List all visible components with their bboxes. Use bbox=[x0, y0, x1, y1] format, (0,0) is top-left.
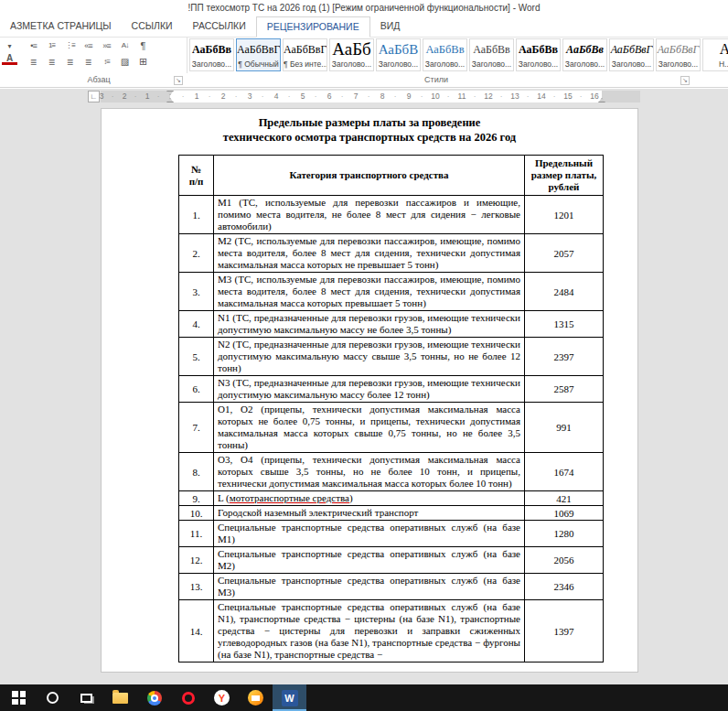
fee-cell[interactable]: 2346 bbox=[525, 574, 604, 600]
fee-cell[interactable]: 2057 bbox=[525, 234, 604, 273]
ribbon-tab-view[interactable]: ВИД bbox=[370, 16, 411, 37]
category-cell[interactable]: N1 (ТС, предназначенные для перевозки гр… bbox=[214, 311, 525, 338]
align-center-icon[interactable] bbox=[44, 55, 59, 69]
paragraph-dialog-launcher-icon[interactable]: ↘ bbox=[174, 76, 183, 85]
style-label: Заголово... bbox=[517, 59, 560, 70]
font-color-icon[interactable] bbox=[2, 53, 17, 65]
category-cell[interactable]: Специальные транспортные средства операт… bbox=[214, 600, 525, 663]
row-number-cell[interactable]: 10. bbox=[179, 506, 214, 521]
sort-icon[interactable] bbox=[117, 38, 133, 52]
row-number-cell[interactable]: 1. bbox=[179, 196, 214, 234]
bullets-icon[interactable] bbox=[26, 38, 41, 52]
row-number-cell[interactable]: 3. bbox=[179, 273, 214, 311]
ruler-mark: 6 bbox=[327, 91, 332, 102]
yandex-browser-button[interactable]: Y bbox=[205, 684, 239, 711]
multilevel-list-icon[interactable] bbox=[62, 38, 78, 52]
fee-cell[interactable]: 421 bbox=[525, 491, 604, 506]
category-cell[interactable]: Специальные транспортные средства операт… bbox=[214, 574, 525, 600]
ribbon-tab-mailings[interactable]: РАССЫЛКИ bbox=[183, 16, 256, 37]
opera-button[interactable] bbox=[171, 684, 205, 711]
style-heading-1[interactable]: АаБбВЗаголово... bbox=[376, 38, 421, 71]
style-normal[interactable]: АаБбВвГг,¶ Обычный bbox=[236, 38, 281, 71]
category-cell[interactable]: Специальные транспортные средства операт… bbox=[214, 521, 525, 547]
search-button[interactable] bbox=[36, 684, 70, 711]
category-cell[interactable]: N2 (ТС, предназначенные для перевозки гр… bbox=[214, 338, 525, 376]
yandex-mail-button[interactable] bbox=[239, 684, 273, 711]
row-number-cell[interactable]: 9. bbox=[179, 491, 214, 506]
row-number-cell[interactable]: 14. bbox=[179, 600, 214, 663]
align-right-icon[interactable] bbox=[62, 55, 78, 69]
header-number[interactable]: № п/п bbox=[179, 156, 214, 196]
fee-cell[interactable]: 2484 bbox=[525, 273, 604, 311]
category-cell[interactable]: М1 (ТС, используемые для перевозки пасса… bbox=[214, 196, 525, 234]
tab-selector-icon[interactable]: ∟ bbox=[88, 91, 100, 102]
style-strong[interactable]: АаБбВвЗаголово... bbox=[516, 38, 561, 71]
fee-cell[interactable]: 1280 bbox=[525, 521, 604, 547]
document-title[interactable]: Предельные размеры платы за проведение т… bbox=[102, 115, 637, 145]
row-number-cell[interactable]: 5. bbox=[179, 338, 214, 376]
category-cell[interactable]: N3 (ТС, предназначенные для перевозки гр… bbox=[214, 376, 525, 403]
category-cell[interactable]: L (мототранспортные средства) bbox=[214, 491, 525, 506]
table-row: 3.М3 (ТС, используемые для перевозки пас… bbox=[179, 273, 604, 311]
style-heading-2[interactable]: АаБбВвЗаголово... bbox=[423, 38, 467, 71]
dropdown-icon[interactable] bbox=[2, 39, 17, 53]
document-page[interactable]: Предельные размеры платы за проведение т… bbox=[101, 108, 638, 673]
justify-icon[interactable] bbox=[80, 55, 96, 69]
category-cell[interactable]: О1, О2 (прицепы, технически допустимая м… bbox=[214, 403, 525, 453]
borders-icon[interactable] bbox=[135, 55, 151, 69]
fee-cell[interactable]: 991 bbox=[525, 403, 604, 453]
fee-cell[interactable]: 1201 bbox=[525, 196, 604, 234]
category-cell[interactable]: Специальные транспортные средства операт… bbox=[214, 547, 525, 574]
paragraph-marks-icon[interactable] bbox=[135, 38, 151, 52]
row-number-cell[interactable]: 8. bbox=[179, 453, 214, 491]
style-next[interactable]: АН... bbox=[702, 38, 728, 71]
ruler-mark: · bbox=[112, 91, 114, 102]
style-heading-3[interactable]: АаБбВвЗаголово... bbox=[469, 38, 514, 71]
style-title[interactable]: АаБбЗаголово... bbox=[329, 38, 374, 71]
row-number-cell[interactable]: 7. bbox=[179, 403, 214, 453]
ruler-mark: 13 bbox=[510, 91, 519, 102]
row-number-cell[interactable]: 2. bbox=[179, 234, 214, 273]
category-cell[interactable]: Городской наземный электрический транспо… bbox=[214, 506, 525, 521]
fee-cell[interactable]: 1674 bbox=[525, 453, 604, 491]
style-heading[interactable]: АаБбВвЗаголово... bbox=[189, 38, 234, 71]
fee-cell[interactable]: 2587 bbox=[525, 376, 604, 403]
ribbon-tab-references[interactable]: ССЫЛКИ bbox=[122, 16, 183, 37]
word-button[interactable]: W bbox=[273, 684, 306, 711]
increase-indent-icon[interactable] bbox=[99, 38, 114, 52]
row-number-cell[interactable]: 11. bbox=[179, 521, 214, 547]
file-explorer-button[interactable] bbox=[103, 684, 137, 711]
decrease-indent-icon[interactable] bbox=[80, 38, 96, 52]
ribbon-tab-review[interactable]: РЕЦЕНЗИРОВАНИЕ bbox=[256, 16, 370, 38]
category-cell[interactable]: М2 (ТС, используемые для перевозки пасса… bbox=[214, 234, 525, 273]
numbering-icon[interactable] bbox=[44, 38, 59, 52]
category-cell[interactable]: О3, О4 (прицепы, технически допустимая м… bbox=[214, 453, 525, 491]
row-number-cell[interactable]: 4. bbox=[179, 311, 214, 338]
row-number-cell[interactable]: 6. bbox=[179, 376, 214, 403]
header-fee[interactable]: Предельный размер платы, рублей bbox=[525, 156, 604, 196]
fee-cell[interactable]: 2056 bbox=[525, 547, 604, 574]
row-number-cell[interactable]: 12. bbox=[179, 547, 214, 574]
task-view-button[interactable] bbox=[70, 684, 103, 711]
chrome-button[interactable] bbox=[137, 684, 171, 711]
horizontal-ruler[interactable]: 123···12345678910111213141516···········… bbox=[101, 91, 640, 102]
ribbon-tab-page-layout[interactable]: АЗМЕТКА СТРАНИЦЫ bbox=[0, 16, 122, 37]
paragraph-icons-row2 bbox=[26, 55, 151, 69]
align-left-icon[interactable] bbox=[26, 55, 41, 69]
fee-cell[interactable]: 2397 bbox=[525, 338, 604, 376]
row-number-cell[interactable]: 13. bbox=[179, 574, 214, 600]
style-emphasis[interactable]: АаБбВвГЗаголово... bbox=[609, 38, 654, 71]
style-subtle[interactable]: АаБбВвГЗаголово... bbox=[656, 38, 701, 71]
table-row: 9.L (мототранспортные средства)421 bbox=[179, 491, 604, 506]
category-cell[interactable]: М3 (ТС, используемые для перевозки пасса… bbox=[214, 273, 525, 311]
start-button[interactable] bbox=[2, 684, 36, 711]
header-category[interactable]: Категория транспортного средства bbox=[214, 156, 525, 196]
line-spacing-icon[interactable] bbox=[99, 55, 114, 69]
style-emphasis-bold[interactable]: АаБбВвЗаголово... bbox=[562, 38, 607, 71]
fee-cell[interactable]: 1069 bbox=[525, 506, 604, 521]
fee-cell[interactable]: 1315 bbox=[525, 311, 604, 338]
styles-dialog-launcher-icon[interactable]: ↘ bbox=[680, 76, 690, 85]
style-no-spacing[interactable]: АаБбВвГг,¶ Без инте... bbox=[283, 38, 327, 71]
fee-cell[interactable]: 1397 bbox=[525, 600, 604, 663]
shading-icon[interactable] bbox=[117, 55, 133, 69]
